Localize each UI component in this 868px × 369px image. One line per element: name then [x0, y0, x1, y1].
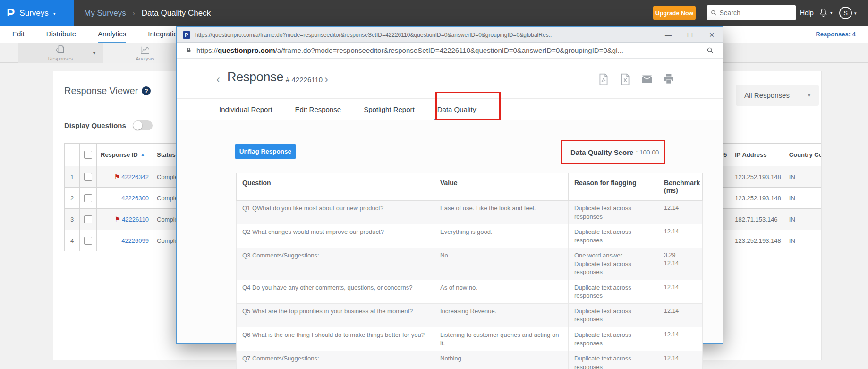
- data-quality-table: Question Value Reason for flagging Bench…: [236, 173, 703, 369]
- help-badge-icon[interactable]: ?: [142, 86, 151, 95]
- table-row: Q5 What are the top priorities in your b…: [237, 303, 703, 327]
- benchmark-cell: 12.14: [658, 224, 703, 248]
- row-number: 4: [65, 230, 80, 251]
- row-number: 1: [65, 166, 80, 188]
- table-row: Q7 Comments/Suggestions:Nothing.Duplicat…: [237, 351, 703, 369]
- chevron-down-icon: ▾: [53, 11, 56, 16]
- window-controls: — ☐ ✕: [657, 27, 723, 43]
- row-checkbox[interactable]: [84, 194, 92, 202]
- display-questions-toggle[interactable]: [133, 120, 153, 130]
- response-id-cell: ⚑42226110: [97, 209, 153, 230]
- reason-cell: Duplicate text across responses: [569, 201, 658, 224]
- reason-cell: Duplicate text across responses: [569, 224, 658, 248]
- search-box[interactable]: [707, 5, 796, 20]
- benchmark-cell: 12.14: [658, 327, 703, 351]
- data-quality-score-annotation: Data Quality Score : 100.00: [561, 140, 665, 164]
- benchmark-cell: 12.14: [658, 280, 703, 303]
- print-icon[interactable]: [663, 73, 675, 85]
- toolbar-responses-button[interactable]: Responses ▾: [18, 43, 103, 63]
- response-id-cell: ⚑42226342: [97, 166, 153, 188]
- menu-item-distribute[interactable]: Distribute: [46, 26, 76, 43]
- row-number: 3: [65, 209, 80, 230]
- benchmark-cell: 3.2912.14: [658, 248, 703, 280]
- reason-cell: One word answerDuplicate text across res…: [569, 248, 658, 280]
- country-code-cell: IN: [785, 166, 822, 188]
- country-code-cell: IN: [785, 209, 822, 230]
- excel-export-icon[interactable]: [619, 73, 631, 85]
- question-cell: Q5 What are the top priorities in your b…: [237, 303, 434, 327]
- response-id-link[interactable]: 42226342: [121, 173, 149, 180]
- toolbar-analysis-button[interactable]: Analysis ▾: [103, 43, 187, 63]
- data-quality-panel: Unflag Response Data Quality Score : 100…: [177, 120, 723, 343]
- avatar: S: [839, 7, 852, 19]
- breadcrumb-my-surveys[interactable]: My Surveys: [84, 9, 126, 18]
- flag-icon: ⚑: [114, 173, 120, 180]
- email-icon[interactable]: [641, 73, 653, 85]
- table-row: 123.252.193.148IN: [720, 188, 822, 209]
- browser-addressbar[interactable]: https://questionpro.com/a/frame.do?mode=…: [177, 43, 723, 59]
- select-all-checkbox[interactable]: [84, 151, 92, 159]
- help-link[interactable]: Help: [800, 0, 814, 26]
- value-cell: Nothing.: [434, 351, 569, 369]
- responses-table-right-columns: 5 IP Address Country Co 123.252.193.148I…: [719, 143, 822, 251]
- value-cell: Listening to customer queries and acting…: [434, 327, 569, 351]
- dq-table-body: Q1 QWhat do you like most about our new …: [237, 201, 703, 369]
- question-cell: Q3 Comments/Suggestions:: [237, 248, 434, 280]
- ip-address-header[interactable]: IP Address: [731, 144, 785, 166]
- upgrade-now-button[interactable]: Upgrade Now: [653, 6, 696, 20]
- table-header-row: Question Value Reason for flagging Bench…: [237, 173, 703, 201]
- maximize-button[interactable]: ☐: [679, 27, 701, 43]
- ip-address-cell: 123.252.193.148: [731, 166, 785, 188]
- response-tabs: Individual Report Edit Response Spotligh…: [177, 99, 723, 120]
- response-title: Response: [227, 70, 283, 85]
- search-input[interactable]: [720, 9, 792, 17]
- checkbox-cell: [80, 230, 97, 251]
- row-checkbox[interactable]: [84, 237, 92, 245]
- tab-individual-report[interactable]: Individual Report: [219, 99, 272, 120]
- close-button[interactable]: ✕: [701, 27, 723, 43]
- table-row: Q4 Do you have any other comments, quest…: [237, 280, 703, 303]
- row-checkbox[interactable]: [84, 215, 92, 223]
- row-checkbox[interactable]: [84, 173, 92, 181]
- response-id-link[interactable]: 42226300: [121, 195, 149, 202]
- tab-edit-response[interactable]: Edit Response: [295, 99, 341, 120]
- chevron-down-icon: ▾: [830, 10, 833, 15]
- all-responses-dropdown[interactable]: All Responses ▾: [736, 85, 819, 106]
- surveys-menu-button[interactable]: P Surveys ▾: [0, 0, 74, 26]
- response-id-header[interactable]: Response ID▲: [97, 144, 153, 166]
- table-row: Q3 Comments/Suggestions:NoOne word answe…: [237, 248, 703, 280]
- country-code-header[interactable]: Country Co: [785, 144, 822, 166]
- zoom-icon[interactable]: [706, 47, 714, 54]
- questionpro-favicon-icon: P: [183, 31, 190, 39]
- next-response-button[interactable]: ›: [324, 74, 328, 85]
- export-actions: [597, 73, 675, 85]
- menu-item-edit[interactable]: Edit: [12, 26, 25, 43]
- reason-cell: Duplicate text across responses: [569, 303, 658, 327]
- previous-response-button[interactable]: ‹: [216, 74, 220, 85]
- notifications-button[interactable]: ▾: [818, 8, 833, 18]
- account-menu-button[interactable]: S ▾: [839, 7, 857, 19]
- menu-item-analytics[interactable]: Analytics: [98, 26, 126, 43]
- response-id-link[interactable]: 42226110: [122, 216, 149, 223]
- tab-spotlight-report[interactable]: Spotlight Report: [364, 99, 415, 120]
- bell-icon: [818, 8, 828, 18]
- lock-icon: [186, 47, 192, 54]
- value-cell: No: [434, 248, 569, 280]
- display-questions-label: Display Questions: [64, 121, 126, 129]
- window-titlebar[interactable]: P https://questionpro.com/a/frame.do?mod…: [177, 27, 723, 43]
- minimize-button[interactable]: —: [657, 27, 679, 43]
- question-cell: Q7 Comments/Suggestions:: [237, 351, 434, 369]
- response-id-link[interactable]: 42226099: [121, 237, 149, 244]
- question-header: Question: [237, 173, 434, 201]
- checkbox-cell: [80, 188, 97, 209]
- flag-icon: ⚑: [115, 215, 121, 223]
- unflag-response-button[interactable]: Unflag Response: [235, 144, 296, 159]
- pdf-export-icon[interactable]: [597, 73, 610, 85]
- tab-data-quality[interactable]: Data Quality: [437, 99, 477, 120]
- table-row: 123.252.193.148IN: [720, 230, 822, 251]
- top-navbar: P Surveys ▾ My Surveys › Data Quality Ch…: [0, 0, 868, 26]
- question-cell: Q2 What changes would most improve our p…: [237, 224, 434, 248]
- score-label: Data Quality Score: [570, 148, 633, 156]
- reason-cell: Duplicate text across responses: [569, 351, 658, 369]
- checkbox-cell: [80, 209, 97, 230]
